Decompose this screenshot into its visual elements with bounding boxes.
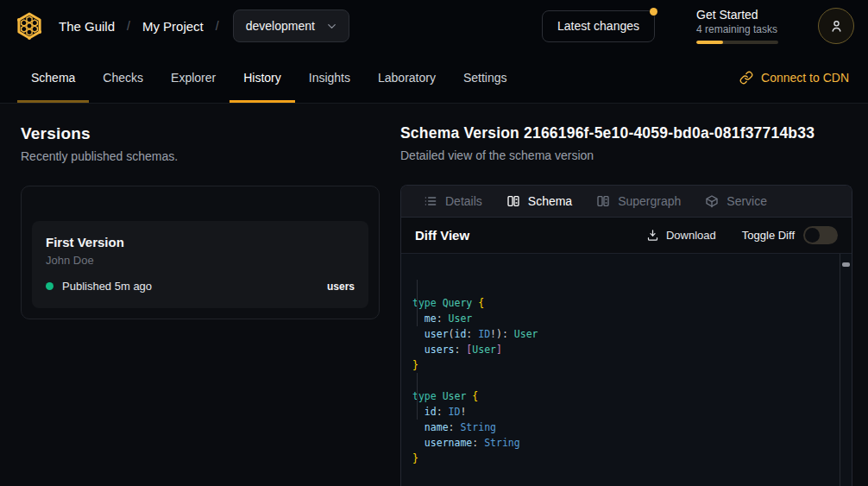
code-scrollbar[interactable] (840, 254, 852, 486)
latest-changes-label: Latest changes (557, 19, 639, 33)
toggle-diff-label: Toggle Diff (742, 229, 795, 242)
detail-tab-bar: Details Schema Sup (401, 186, 852, 218)
diff-view-title: Diff View (415, 228, 469, 243)
detail-tab-supergraph[interactable]: Supergraph (584, 186, 693, 217)
project-breadcrumb[interactable]: My Project (142, 19, 204, 34)
versions-panel: Versions Recently published schemas. Fir… (21, 124, 380, 486)
person-icon (828, 18, 845, 35)
breadcrumb-separator: / (216, 19, 219, 33)
download-label: Download (666, 229, 716, 242)
version-name: First Version (46, 235, 355, 249)
user-avatar[interactable] (818, 8, 854, 44)
detail-tab-details[interactable]: Details (412, 186, 494, 217)
target-selector-value: development (246, 19, 315, 33)
connect-to-cdn-label: Connect to CDN (761, 71, 849, 85)
columns-icon (596, 194, 610, 208)
version-service-badge: users (327, 281, 355, 293)
schema-view-panel: Details Schema Sup (400, 185, 852, 486)
diff-toggle[interactable] (803, 226, 838, 244)
detail-tab-label: Service (726, 194, 767, 208)
notification-dot (650, 8, 657, 16)
version-detail-title: Schema Version 2166196f-5e10-4059-bd0a-0… (400, 124, 852, 142)
code-scrollbar-thumb[interactable] (842, 262, 850, 267)
org-breadcrumb[interactable]: The Guild (59, 19, 115, 34)
diff-toggle-knob (805, 228, 820, 243)
box-icon (705, 194, 719, 208)
tab-settings[interactable]: Settings (450, 52, 521, 103)
detail-tab-label: Supergraph (618, 194, 681, 208)
connect-to-cdn-link[interactable]: Connect to CDN (738, 52, 851, 103)
schema-code-viewer: type Query { me: User user(id: ID!): Use… (401, 254, 852, 486)
columns-icon (506, 194, 520, 208)
version-author: John Doe (46, 254, 355, 267)
indent-guide (417, 280, 418, 326)
tab-laboratory[interactable]: Laboratory (364, 52, 450, 103)
diff-actions: Download Toggle Diff (646, 226, 838, 244)
version-detail-panel: Schema Version 2166196f-5e10-4059-bd0a-0… (400, 124, 852, 486)
main-nav: Schema Checks Explorer History Insights … (0, 52, 868, 104)
tab-insights[interactable]: Insights (295, 52, 364, 103)
versions-title: Versions (21, 124, 380, 143)
get-started-widget[interactable]: Get Started 4 remaining tasks (696, 8, 778, 44)
nav-spacer (521, 52, 739, 103)
hive-logo-icon[interactable] (14, 10, 45, 41)
code-content: type Query { me: User user(id: ID!): Use… (412, 295, 834, 466)
detail-tab-schema[interactable]: Schema (494, 186, 584, 217)
tab-checks[interactable]: Checks (89, 52, 157, 103)
detail-tab-service[interactable]: Service (693, 186, 779, 217)
published-status-dot (46, 282, 53, 290)
detail-tab-label: Schema (528, 194, 572, 208)
main-content: Versions Recently published schemas. Fir… (0, 104, 868, 486)
download-icon (646, 229, 659, 242)
versions-card: First Version John Doe Published 5m ago … (21, 186, 380, 319)
tab-schema[interactable]: Schema (17, 52, 89, 103)
chevron-down-icon (325, 20, 338, 33)
get-started-progress (696, 41, 778, 44)
version-list-item[interactable]: First Version John Doe Published 5m ago … (32, 221, 368, 308)
get-started-subtitle: 4 remaining tasks (696, 23, 778, 35)
tab-history[interactable]: History (230, 52, 295, 103)
tab-explorer[interactable]: Explorer (157, 52, 230, 103)
link-icon (739, 71, 753, 85)
versions-subtitle: Recently published schemas. (21, 149, 380, 163)
breadcrumb-separator: / (127, 19, 130, 33)
target-selector[interactable]: development (233, 9, 349, 42)
version-detail-subtitle: Detailed view of the schema version (400, 148, 852, 162)
get-started-progress-fill (696, 41, 723, 44)
diff-view-bar: Diff View Download Toggle Diff (401, 218, 852, 254)
get-started-title: Get Started (696, 8, 778, 22)
latest-changes-button[interactable]: Latest changes (542, 10, 655, 42)
top-header: The Guild / My Project / development Lat… (0, 0, 868, 52)
version-meta-row: Published 5m ago users (46, 280, 355, 293)
version-status: Published 5m ago (62, 280, 152, 293)
detail-tab-label: Details (445, 194, 482, 208)
list-icon (424, 194, 437, 208)
download-button[interactable]: Download (646, 229, 716, 242)
indent-guide (417, 373, 418, 420)
